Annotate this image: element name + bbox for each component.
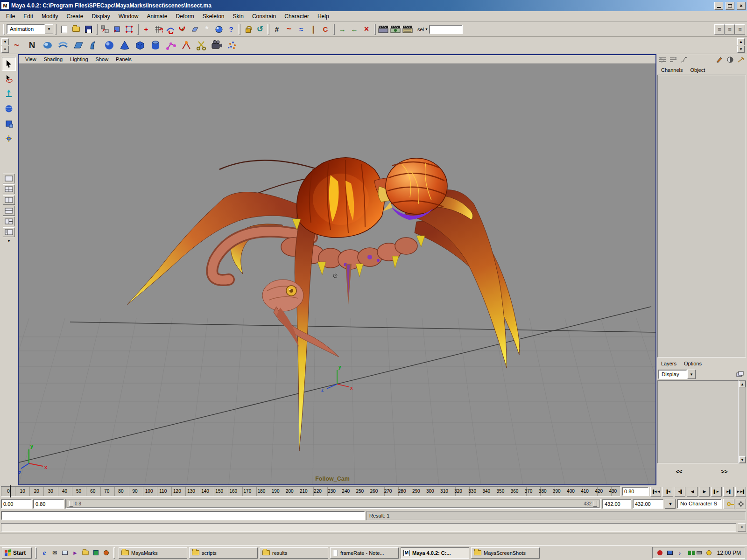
step-back-key-button[interactable]: ◄▌ bbox=[675, 487, 685, 497]
current-frame-field[interactable] bbox=[622, 487, 649, 496]
layer-scroll-up-button[interactable]: ▲ bbox=[739, 381, 746, 387]
outlook-icon[interactable]: ✉ bbox=[50, 549, 59, 557]
paint-select-button[interactable] bbox=[715, 55, 724, 64]
timeline-tick-label[interactable]: 340 bbox=[479, 487, 493, 496]
timeline-tick-label[interactable]: 290 bbox=[409, 487, 423, 496]
timeline-tick-label[interactable]: 240 bbox=[339, 487, 353, 496]
select-object-button[interactable] bbox=[111, 23, 123, 35]
toggle-channel-box-button[interactable]: ≡ bbox=[735, 24, 745, 35]
current-time-marker[interactable] bbox=[10, 485, 11, 497]
timeline-tick-label[interactable]: 330 bbox=[465, 487, 479, 496]
timeline-tick-label[interactable]: 200 bbox=[282, 487, 296, 496]
insect-model[interactable] bbox=[127, 158, 520, 451]
pane-scroll-left-button[interactable]: << bbox=[676, 469, 682, 475]
panel-menu-item[interactable]: Show bbox=[92, 56, 113, 63]
timeline-tick-label[interactable]: 160 bbox=[226, 487, 240, 496]
timeline-tick-label[interactable]: 110 bbox=[156, 487, 170, 496]
menu-item[interactable]: Deform bbox=[171, 11, 198, 21]
layout-two-pane-side-button[interactable] bbox=[3, 195, 15, 205]
output-connections-button[interactable]: ← bbox=[348, 23, 360, 35]
viewport-canvas[interactable]: y x z bbox=[19, 64, 655, 484]
menu-item[interactable]: Skin bbox=[229, 11, 248, 21]
layout-more-menu-button[interactable]: ▼ bbox=[3, 238, 15, 244]
network-icon[interactable] bbox=[686, 549, 693, 557]
construction-history-button[interactable]: ↺ bbox=[254, 23, 266, 35]
toolbar-grip[interactable] bbox=[333, 24, 335, 35]
select-hierarchy-button[interactable] bbox=[99, 23, 111, 35]
play-backwards-button[interactable]: ◄ bbox=[687, 487, 698, 497]
timeline-tick-label[interactable]: 280 bbox=[395, 487, 409, 496]
channels-menu[interactable]: Channels bbox=[658, 66, 685, 74]
shelf-ik-handle-button[interactable] bbox=[178, 38, 194, 53]
task-maya[interactable]: MMaya 4.0.2: C:... bbox=[401, 547, 469, 559]
timeline-tick-label[interactable]: 350 bbox=[493, 487, 507, 496]
timeline-tick-label[interactable]: 130 bbox=[184, 487, 198, 496]
timeline-tick-label[interactable]: 260 bbox=[367, 487, 381, 496]
timeline-tick-label[interactable]: 150 bbox=[212, 487, 226, 496]
channel-box-list[interactable] bbox=[657, 75, 746, 357]
scheduler-icon[interactable] bbox=[705, 549, 713, 557]
menu-item[interactable]: Edit bbox=[19, 11, 37, 21]
layout-single-pane-button[interactable] bbox=[3, 174, 15, 183]
close-button[interactable]: × bbox=[737, 2, 746, 10]
lock-selection-button[interactable] bbox=[242, 23, 254, 35]
show-desktop-icon[interactable] bbox=[61, 549, 69, 557]
snap-to-point-button[interactable] bbox=[176, 23, 189, 35]
timeline-tick-label[interactable]: 40 bbox=[57, 487, 71, 496]
shelf-pencil-curve-button[interactable]: N bbox=[24, 38, 40, 53]
layer-scroll-down-button[interactable]: ▼ bbox=[739, 456, 746, 463]
toolbar-grip[interactable] bbox=[3, 24, 5, 35]
taskbar-grip[interactable] bbox=[35, 547, 37, 559]
timeline-tick-label[interactable]: 20 bbox=[29, 487, 43, 496]
surface-edit-button[interactable]: ≈ bbox=[295, 23, 307, 35]
toolbar-grip[interactable] bbox=[239, 24, 240, 35]
timeline-tick-label[interactable]: 0 bbox=[1, 487, 15, 496]
lasso-tool-button[interactable] bbox=[2, 72, 16, 86]
panel-menu-item[interactable]: Shading bbox=[40, 56, 66, 63]
go-to-start-button[interactable]: ▐◄◄ bbox=[650, 487, 661, 497]
toggle-tool-settings-button[interactable]: ≡ bbox=[725, 24, 735, 35]
layer-display-selector[interactable]: Display ▼ bbox=[658, 370, 696, 379]
render-frame-button[interactable] bbox=[377, 23, 389, 35]
timeline-tick-label[interactable]: 410 bbox=[578, 487, 592, 496]
select-tool-button[interactable] bbox=[2, 57, 16, 71]
timeline-tick-label[interactable]: 380 bbox=[536, 487, 550, 496]
volume-icon[interactable]: ♪ bbox=[676, 549, 684, 557]
menu-set-selector[interactable]: Animation ▼ bbox=[7, 24, 53, 34]
quick-launch-app-icon[interactable] bbox=[92, 549, 100, 557]
menu-item[interactable]: Create bbox=[62, 11, 87, 21]
break-connections-button[interactable]: × bbox=[360, 23, 373, 35]
shelf-cylinder-button[interactable] bbox=[148, 38, 163, 53]
animation-start-field[interactable] bbox=[1, 499, 32, 509]
chevron-down-icon[interactable]: ▼ bbox=[45, 24, 53, 34]
timeline-tick-label[interactable]: 390 bbox=[550, 487, 564, 496]
task-scripts[interactable]: scripts bbox=[189, 547, 258, 559]
show-manipulator-tool-button[interactable] bbox=[2, 132, 16, 146]
timeline-tick-label[interactable]: 190 bbox=[268, 487, 282, 496]
quick-launch-folder-icon[interactable] bbox=[81, 549, 90, 557]
task-notepad[interactable]: frameRate - Note... bbox=[330, 547, 399, 559]
timeline-tick-label[interactable]: 70 bbox=[100, 487, 114, 496]
layout-two-pane-stacked-button[interactable] bbox=[3, 206, 15, 216]
step-back-frame-button[interactable]: ▐◄ bbox=[662, 487, 673, 497]
timeline-tick-label[interactable]: 420 bbox=[592, 487, 606, 496]
shelf-particles-button[interactable] bbox=[225, 38, 240, 53]
menu-item[interactable]: Character bbox=[280, 11, 313, 21]
timeline-tick-label[interactable]: 210 bbox=[296, 487, 310, 496]
command-line-input[interactable] bbox=[1, 511, 365, 520]
snap-to-plane-button[interactable] bbox=[189, 23, 201, 35]
chevron-down-icon[interactable]: ▼ bbox=[687, 370, 696, 379]
play-forwards-button[interactable]: ► bbox=[699, 487, 710, 497]
timeline-tick-label[interactable]: 370 bbox=[521, 487, 536, 496]
timeline-tick-label[interactable]: 170 bbox=[240, 487, 254, 496]
timeline-tick-label[interactable]: 10 bbox=[15, 487, 29, 496]
media-player-icon[interactable]: ► bbox=[71, 549, 79, 557]
menu-item[interactable]: Window bbox=[114, 11, 143, 21]
render-globals-button[interactable] bbox=[402, 23, 414, 35]
input-connections-button[interactable]: → bbox=[336, 23, 348, 35]
go-to-end-button[interactable]: ►►▌ bbox=[735, 487, 746, 497]
shelf-extrude-button[interactable] bbox=[86, 38, 101, 53]
scale-tool-button[interactable] bbox=[2, 117, 16, 131]
shelf-scroll-down-button[interactable]: ▼ bbox=[737, 46, 745, 53]
perspective-viewport[interactable]: ViewShadingLightingShowPanels bbox=[18, 54, 656, 485]
